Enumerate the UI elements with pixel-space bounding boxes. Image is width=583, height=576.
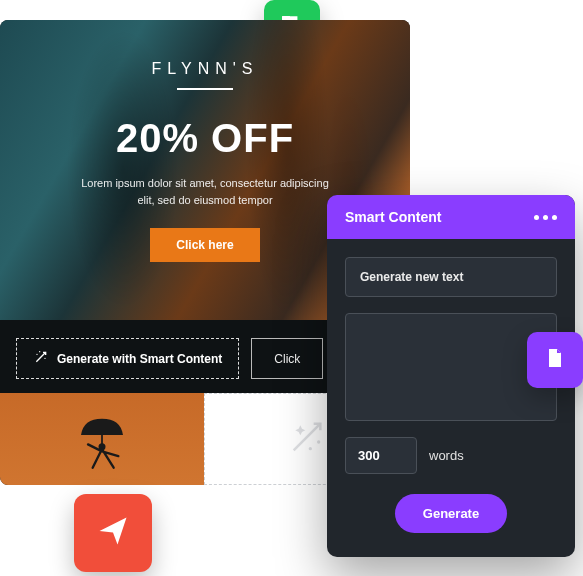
svg-point-5	[44, 358, 45, 359]
umbrella-person-icon	[67, 409, 137, 483]
svg-point-4	[39, 351, 40, 352]
panel-title: Smart Content	[345, 209, 441, 225]
svg-point-8	[317, 440, 320, 443]
generate-smart-content-button[interactable]: Generate with Smart Content	[16, 338, 239, 379]
prompt-selector[interactable]: Generate new text	[345, 257, 557, 297]
cta-button[interactable]: Click here	[150, 228, 259, 262]
brand-divider	[177, 88, 233, 90]
document-icon	[543, 346, 567, 374]
svg-point-9	[309, 447, 312, 450]
dot-icon	[534, 215, 539, 220]
dot-icon	[552, 215, 557, 220]
panel-body: Generate new text words Generate	[327, 239, 575, 557]
app-tile-red[interactable]	[74, 494, 152, 572]
word-unit-label: words	[429, 448, 464, 463]
wand-placeholder-icon	[287, 417, 327, 461]
more-options-button[interactable]	[534, 215, 557, 220]
brand-name: FLYNN'S	[152, 60, 259, 78]
prompt-textarea[interactable]	[345, 313, 557, 421]
send-icon	[95, 513, 131, 553]
smart-button-label: Generate with Smart Content	[57, 352, 222, 366]
generate-button[interactable]: Generate	[395, 494, 507, 533]
svg-point-3	[36, 354, 37, 355]
word-count-input[interactable]	[345, 437, 417, 474]
body-copy: Lorem ipsum dolor sit amet, consectetur …	[75, 175, 335, 208]
app-tile-purple[interactable]	[527, 332, 583, 388]
headline: 20% OFF	[116, 116, 294, 161]
dot-icon	[543, 215, 548, 220]
wand-icon	[33, 349, 49, 368]
gallery-photo[interactable]	[0, 393, 204, 485]
secondary-button[interactable]: Click	[251, 338, 323, 379]
word-count-row: words	[345, 437, 557, 474]
panel-header: Smart Content	[327, 195, 575, 239]
prompt-selector-label: Generate new text	[360, 270, 463, 284]
